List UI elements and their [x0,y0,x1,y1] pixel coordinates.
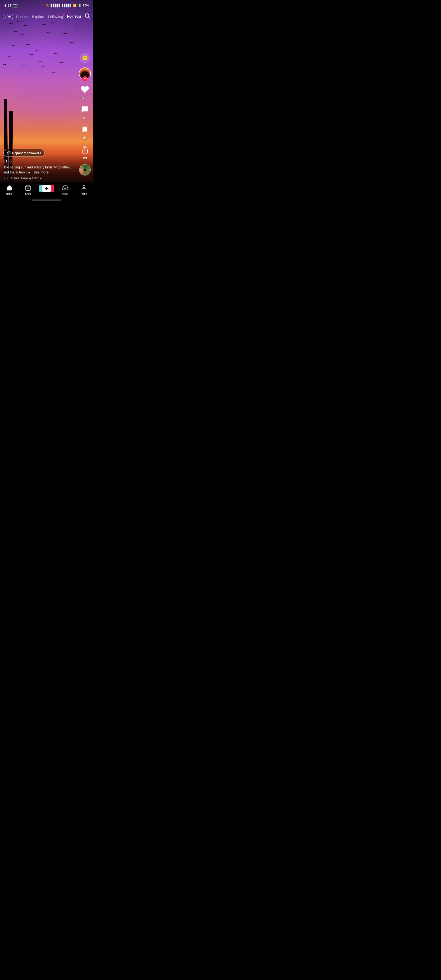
comment-action[interactable]: 23 [79,104,90,119]
bookmark-icon [81,126,89,134]
camera-icon: 📷 [13,3,18,8]
music-text: ♪ ♩ Daniel Hope & I Virtuo [7,177,42,180]
heart-icon [80,85,89,94]
top-navigation: LIVE Friends Explore Following For You [0,11,93,22]
home-label: Home [6,192,13,195]
time-display: 8:57 [4,3,11,7]
tab-friends[interactable]: Friends [16,14,28,19]
nav-profile[interactable]: Profile [77,185,91,195]
tab-following[interactable]: Following [48,14,63,19]
effect-action[interactable]: 😶 [79,52,90,63]
nav-shop[interactable]: Shop [21,185,35,195]
create-btn-center [42,185,51,192]
like-action[interactable]: 878 [79,84,90,100]
shop-icon [25,185,31,192]
see-more-button[interactable]: See more [33,170,49,174]
nav-home[interactable]: Home [2,185,16,195]
repost-label: Repost to followers [12,151,41,155]
search-button[interactable] [84,13,90,20]
repost-icon [7,151,11,155]
svg-line-1 [89,17,90,18]
bookmark-action[interactable]: 126 [79,124,90,140]
music-info[interactable]: ♪ ♪ ♩ Daniel Hope & I Virtuo [3,177,74,180]
right-action-bar: 😶 + 878 [79,52,91,176]
comment-icon [81,105,89,114]
nav-create[interactable] [40,185,54,192]
profile-icon [81,185,87,192]
tab-for-you[interactable]: For You [67,14,81,19]
inbox-label: Inbox [62,192,68,195]
shop-label: Shop [25,192,31,195]
bookmark-count: 126 [82,136,87,140]
share-icon [81,146,89,154]
ghost-icon: 😶 [79,52,90,63]
bottom-navigation: Home Shop [0,182,93,202]
repost-button[interactable]: Repost to followers [3,149,45,157]
status-bar: 8:57 📷 🔕 ▌▌▌▌▌ ▌▌▌▌▌ 📶 🔋 70% [0,0,93,11]
music-disc [79,164,90,176]
creator-avatar-action[interactable]: + [79,67,91,80]
inbox-icon [62,185,68,192]
signal-bars-2: ▌▌▌▌▌ [62,3,71,7]
music-disc-inner [83,168,87,172]
like-count: 878 [82,96,87,100]
silent-icon: 🔕 [46,3,49,7]
create-button[interactable] [41,185,52,192]
battery-icon: 🔋 [78,3,82,7]
follow-button[interactable]: + [82,76,87,81]
svg-point-6 [83,185,85,188]
music-note-icon: ♪ [3,177,5,180]
video-caption: The setting sun and solitary birds fly t… [3,165,74,175]
like-icon-wrap [79,84,90,95]
home-indicator [32,200,61,200]
bookmark-icon-wrap [79,124,90,135]
share-count: 124 [82,156,87,160]
share-action[interactable]: 124 [79,144,90,160]
share-icon-wrap [79,144,90,156]
wifi-icon: 📶 [73,3,76,7]
tab-explore[interactable]: Explore [32,14,44,19]
profile-label: Profile [81,192,87,195]
following-notification-dot [63,14,65,16]
nav-tabs: Friends Explore Following For You [13,14,84,19]
live-badge[interactable]: LIVE [3,14,13,19]
avatar: + [79,67,91,80]
comment-icon-wrap [79,104,90,115]
signal-bars-1: ▌▌▌▌▌ [51,3,60,7]
comment-count: 23 [83,116,86,119]
creator-username[interactable]: liz_6 [3,159,74,164]
nav-inbox[interactable]: Inbox [58,185,73,195]
home-icon [6,185,13,192]
music-action[interactable] [79,164,90,176]
battery-percent: 70% [83,3,89,7]
video-info-overlay: Repost to followers liz_6 The setting su… [0,149,77,183]
